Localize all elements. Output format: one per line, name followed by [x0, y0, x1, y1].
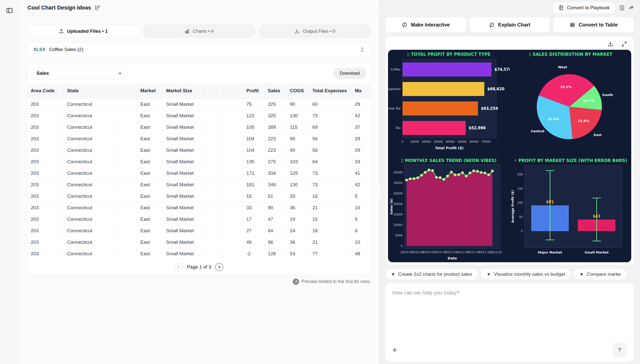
table-cell: East [137, 168, 162, 179]
table-cell: 5 [351, 214, 371, 225]
table-cell: Connecticut [64, 236, 115, 248]
table-cell: 18 [309, 225, 351, 236]
table-cell: East [137, 225, 162, 236]
convert-to-table-button[interactable]: Convert to Table [553, 17, 634, 32]
table-cell [223, 98, 243, 110]
table-cell: Small Market [162, 179, 204, 190]
table-cell: 130 [286, 110, 309, 122]
table-cell [204, 168, 223, 179]
table-cell [223, 214, 243, 225]
left-content: Uploaded Files • 1 Charts • 4 Output Fil… [19, 16, 379, 285]
tab-uploaded-files[interactable]: Uploaded Files • 1 [27, 24, 139, 38]
table-cell: 64 [309, 156, 351, 168]
table-cell: 105 [243, 122, 264, 133]
chevron-down-icon [118, 71, 122, 76]
table-cell [115, 248, 137, 260]
attach-button[interactable]: + [392, 346, 397, 354]
table-row: 203ConnecticutEastSmall Market3390362110 [27, 202, 371, 214]
table-cell [223, 144, 243, 156]
table-row: 203ConnecticutEastSmall Market7522590602… [27, 98, 371, 110]
suggestion-chip-3[interactable]: ✦ Compare marke [574, 268, 626, 280]
playbook-icon [558, 5, 564, 10]
panel-resize-handle[interactable] [378, 184, 380, 199]
table-header-row: Area CodeStateMarketMarket SizeProfitSal… [27, 83, 371, 98]
column-header: Market [137, 83, 162, 98]
data-table: Area CodeStateMarketMarket SizeProfitSal… [27, 83, 371, 260]
svg-text:40000: 40000 [446, 140, 455, 144]
sidebar-toggle-button[interactable] [4, 6, 14, 16]
upload-icon [58, 28, 64, 34]
svg-text:2012-01: 2012-01 [490, 250, 502, 254]
svg-text:0: 0 [521, 229, 522, 233]
table-cell: 130 [286, 179, 309, 190]
table-row: 203ConnecticutEastSmall Market4996362110 [27, 236, 371, 248]
suggestion-chip-1[interactable]: ✦ Create 2x2 charts for product sales [385, 268, 478, 280]
svg-text:5000: 5000 [395, 234, 402, 237]
sheet-select[interactable]: Sales [31, 67, 128, 80]
svg-text:33.2%: 33.2% [560, 85, 572, 89]
table-cell: 75 [243, 98, 264, 110]
table-cell [115, 236, 137, 248]
table-cell [204, 122, 223, 133]
table-cell: 90 [264, 202, 286, 214]
chart-monthly-sales-area: 2010-012010-042010-072010-102011-012011-… [388, 156, 510, 262]
table-cell: Small Market [162, 98, 204, 110]
interactive-pie-icon [402, 22, 408, 28]
convert-to-playbook-button[interactable]: Convert to Playbook [553, 2, 616, 14]
table-cell: East [137, 110, 162, 122]
table-cell: 203 [27, 122, 64, 133]
table-cell: 203 [27, 110, 64, 122]
table-cell: 223 [264, 144, 286, 156]
table-cell: Small Market [162, 110, 204, 122]
download-table-button[interactable]: Download [333, 68, 367, 79]
table-cell [204, 133, 223, 144]
svg-text:50000: 50000 [458, 140, 467, 144]
table-cell: Small Market [162, 248, 204, 260]
explain-chart-button[interactable]: Explain Chart [469, 17, 550, 32]
svg-text:Major Market: Major Market [538, 250, 562, 254]
table-cell: 37 [351, 122, 371, 133]
download-chart-button[interactable] [607, 41, 614, 47]
table-cell: 181 [243, 179, 264, 190]
svg-text:Herbal Tea: Herbal Tea [388, 107, 400, 110]
table-cell: East [137, 236, 162, 248]
table-cell: East [137, 98, 162, 110]
chart-card: 010000200003000040000500006000070000$74,… [385, 36, 634, 265]
suggestion-chip-2[interactable]: ✦ Visualize monthly sales vs budget [481, 268, 571, 280]
table-cell: 48 [351, 248, 371, 260]
table-cell: 135 [243, 156, 264, 168]
tab-output-files[interactable]: Output Files • 0 [259, 24, 371, 38]
make-interactive-button[interactable]: Make Interactive [385, 17, 466, 32]
table-cell: 42 [351, 179, 371, 190]
table-cell: Connecticut [64, 225, 115, 236]
table-cell: Connecticut [64, 190, 115, 202]
table-cell: 125 [286, 168, 309, 179]
expand-chart-button[interactable] [621, 41, 627, 47]
chat-input[interactable] [392, 290, 627, 342]
svg-text:Small Market: Small Market [584, 250, 609, 254]
table-cell: Small Market [162, 214, 204, 225]
sparkle-icon: ✦ [580, 271, 584, 277]
column-header [204, 83, 223, 98]
page-title: Cool Chart Design Ideas [28, 4, 91, 11]
clipboard-button[interactable] [619, 4, 625, 11]
tab-charts[interactable]: Charts • 4 [143, 24, 255, 38]
next-page-button[interactable] [215, 263, 223, 271]
svg-text:$91: $91 [546, 200, 554, 204]
chevron-left-icon [177, 265, 180, 269]
rename-title-button[interactable] [94, 5, 100, 11]
share-button[interactable] [628, 5, 634, 11]
table-cell [223, 168, 243, 179]
table-cell: East [137, 179, 162, 190]
file-selector[interactable]: XLSX Coffee Sales (2) [27, 42, 371, 57]
svg-text:Central: Central [531, 129, 544, 133]
svg-text:▯ MONTHLY SALES TREND (NEON VI: ▯ MONTHLY SALES TREND (NEON VIBES) [401, 158, 496, 163]
convert-to-playbook-label: Convert to Playbook [567, 5, 610, 10]
table-cell [204, 236, 223, 248]
svg-text:Sales ($): Sales ($) [390, 198, 393, 215]
send-button[interactable] [612, 342, 627, 357]
table-cell: 115 [286, 122, 309, 133]
svg-text:$52,986: $52,986 [469, 126, 486, 130]
table-cell: East [137, 214, 162, 225]
prev-page-button[interactable] [175, 263, 183, 271]
